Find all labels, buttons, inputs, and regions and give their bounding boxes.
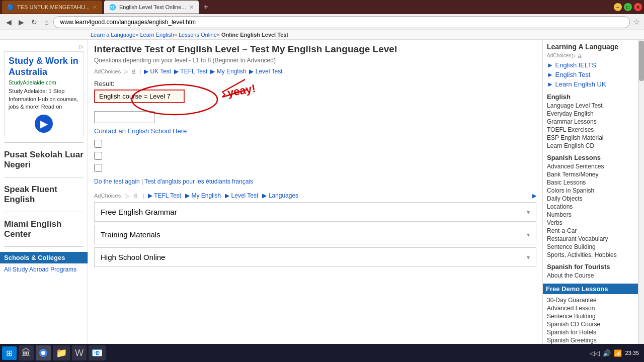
schools-bar: Schools & Colleges	[0, 252, 88, 263]
scrollbar-thumb[interactable]	[639, 41, 644, 81]
close-button[interactable]: ✕	[634, 3, 642, 11]
right-spanish-hotels[interactable]: Spanish for Hotels	[547, 328, 634, 336]
breadcrumb-lessons-online[interactable]: Lessons Online	[179, 32, 217, 38]
right-locations[interactable]: Locations	[547, 203, 634, 211]
right-sentence-building[interactable]: Sentence Building	[547, 243, 634, 251]
right-link-english-test[interactable]: ► English Test	[547, 70, 634, 79]
accordion-item-highschool[interactable]: High School Online ▾	[94, 247, 536, 267]
right-sports[interactable]: Sports, Activities, Hobbies	[547, 251, 634, 259]
right-numbers[interactable]: Numbers	[547, 211, 634, 219]
sidebar-link-speak[interactable]: Speak Fluent English	[4, 183, 84, 207]
top-ad-link-level[interactable]: ▶ Level Test	[249, 68, 282, 75]
right-toefl[interactable]: TOEFL Exercises	[547, 126, 634, 134]
right-restaurant[interactable]: Restaurant Vocabulary	[547, 235, 634, 243]
breadcrumb-learn-english[interactable]: Learn English	[140, 32, 174, 38]
right-colors-spanish[interactable]: Colors in Spanish	[547, 187, 634, 195]
right-verbs[interactable]: Verbs	[547, 219, 634, 227]
accordion-item-grammar[interactable]: Free English Grammar ▾	[94, 202, 536, 222]
left-ad-box-1[interactable]: Study & Work in Australia StudyAdelaide.…	[4, 51, 84, 137]
all-study-abroad-link[interactable]: All Study Abroad Programs	[4, 265, 76, 274]
tab-close-active[interactable]: ✕	[189, 4, 194, 11]
tab-icon-inactive: 🔵	[7, 4, 14, 11]
minimize-button[interactable]: −	[614, 3, 622, 11]
tab-inactive[interactable]: 🔵 TES UNTUK MENGETAHU... ✕	[2, 1, 102, 14]
checkbox-2[interactable]	[94, 152, 102, 160]
result-input[interactable]	[94, 89, 185, 103]
right-sentence-building-demo[interactable]: Sentence Building	[547, 312, 634, 320]
right-everyday-english[interactable]: Everyday English	[547, 110, 634, 118]
right-daily-objects[interactable]: Daily Objects	[547, 195, 634, 203]
breadcrumb-learn-language[interactable]: Learn a Language	[91, 32, 135, 38]
right-30-day[interactable]: 30-Day Guarantee	[547, 296, 634, 304]
right-grammar-lessons[interactable]: Grammar Lessons	[547, 118, 634, 126]
right-spanish-cd[interactable]: Spanish CD Course	[547, 320, 634, 328]
left-ad-title-1: Study & Work in Australia	[9, 56, 79, 77]
taskbar-icon-network[interactable]: 📶	[613, 348, 623, 358]
right-advanced-lesson[interactable]: Advanced Lesson	[547, 304, 634, 312]
right-about-course[interactable]: About the Course	[547, 272, 634, 280]
tab-close-inactive[interactable]: ✕	[93, 4, 97, 11]
right-esp[interactable]: ESP English Material	[547, 134, 634, 142]
right-rent-a-car[interactable]: Rent-a-Car	[547, 227, 634, 235]
start-button[interactable]: ⊞	[2, 346, 17, 360]
accordion-item-training[interactable]: Training Materials ▾	[94, 225, 536, 244]
taskbar-icon-chrome[interactable]	[36, 345, 51, 360]
accordion-header-training[interactable]: Training Materials ▾	[95, 225, 536, 244]
sidebar-link-miami[interactable]: Miami English Center	[4, 217, 84, 241]
right-advanced-sentences[interactable]: Advanced Sentences	[547, 162, 634, 170]
bottom-ad-link-tefl[interactable]: ▶ TEFL Test	[148, 192, 181, 199]
new-tab-button[interactable]: +	[201, 3, 211, 12]
checkbox-1[interactable]	[94, 140, 102, 148]
contact-link[interactable]: Contact an English School Here	[94, 127, 536, 135]
right-link-ielts[interactable]: ► English IELTS	[547, 60, 634, 70]
maximize-button[interactable]: □	[624, 3, 632, 11]
result-box-row	[94, 89, 185, 103]
page-title: Interactive Test of English Level – Test…	[94, 44, 536, 55]
accordion-header-grammar[interactable]: Free English Grammar ▾	[95, 203, 536, 221]
bottom-ad-link-my-english[interactable]: ▶ My English	[185, 192, 221, 199]
right-link-learn-uk[interactable]: ► Learn English UK	[547, 79, 634, 89]
bottom-ad-link-level[interactable]: ▶ Level Test	[225, 192, 258, 199]
reload-button[interactable]: ↻	[29, 17, 39, 27]
left-ad-btn-1[interactable]: ▶	[35, 115, 53, 133]
checkbox-3[interactable]	[94, 164, 102, 172]
right-basic-lessons[interactable]: Basic Lessons	[547, 178, 634, 187]
taskbar-icon-folder[interactable]: 📁	[53, 345, 70, 360]
bookmark-button[interactable]: ☆	[633, 17, 640, 27]
bottom-ad-link-languages[interactable]: ▶ Languages	[262, 192, 298, 199]
accordion-ad-icon: ▶	[532, 193, 536, 199]
blank-answer-input[interactable]	[94, 111, 154, 123]
top-ad-link-tefl[interactable]: ▶ TEFL Test	[174, 68, 207, 75]
accordion-header-highschool[interactable]: High School Online ▾	[95, 248, 536, 266]
taskbar-icon-volume[interactable]: 🔊	[602, 348, 612, 358]
right-language-level[interactable]: Language Level Test	[547, 102, 634, 110]
french-test-link[interactable]: Test d'anglais pour les étudiants frança…	[144, 178, 253, 185]
right-spanish-greetings[interactable]: Spanish Greetings	[547, 336, 634, 344]
top-ad-play-icon: ▷	[124, 68, 128, 75]
url-input[interactable]	[53, 16, 630, 28]
svg-line-2	[222, 89, 248, 97]
home-button[interactable]: ⌂	[42, 17, 50, 27]
taskbar-icon-app[interactable]: 📧	[89, 345, 106, 360]
tab-favicon-active: 🌐	[109, 4, 116, 11]
taskbar-icon-myx: ◁◁	[589, 348, 601, 358]
forward-button[interactable]: ▶	[17, 17, 26, 27]
sidebar-link-pusat[interactable]: Pusat Sekolah Luar Negeri	[4, 148, 84, 172]
taskbar-icon-file[interactable]: 🏛	[19, 345, 34, 360]
top-ad-link-my-english[interactable]: ▶ My English	[210, 68, 246, 75]
right-bank-terms[interactable]: Bank Terms/Money	[547, 170, 634, 178]
checkbox-row-1	[94, 140, 536, 148]
right-learn-cd[interactable]: Learn English CD	[547, 142, 634, 150]
breadcrumb: Learn a Language» Learn English» Lessons…	[0, 30, 644, 40]
taskbar-icon-word[interactable]: W	[72, 345, 87, 360]
top-ad-link-uk-test[interactable]: ▶ UK Test	[144, 68, 171, 75]
right-sidebar: Learning A Language AdChoices ▷ 🖨 ► Engl…	[542, 40, 638, 356]
left-ad-text-1: Study Adelaide: 1 Stop Information Hub o…	[9, 87, 79, 111]
result-area: Result: yeay! Contact an Eng	[94, 80, 536, 135]
main-content: Interactive Test of English Level – Test…	[88, 40, 542, 356]
taskbar-right: ◁◁ 🔊 📶 23:35	[589, 348, 642, 358]
tab-active[interactable]: 🌐 English Level Test Online... ✕	[104, 1, 198, 14]
back-button[interactable]: ◀	[4, 17, 14, 27]
redo-test-link[interactable]: Do the test again	[94, 178, 140, 185]
scrollbar-track[interactable]	[638, 40, 644, 356]
